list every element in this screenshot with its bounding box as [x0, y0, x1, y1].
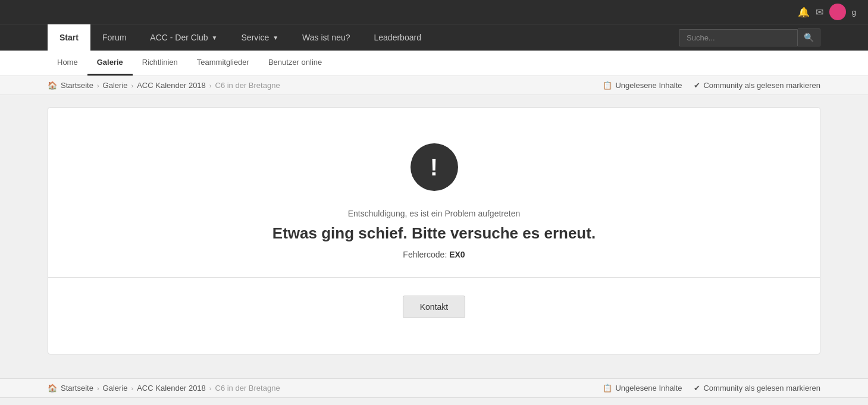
mark-read-action[interactable]: ✔ Community als gelesen markieren	[694, 81, 820, 90]
envelope-icon[interactable]: ✉	[816, 7, 823, 18]
chevron-down-icon: ▼	[272, 34, 278, 41]
avatar[interactable]	[829, 4, 846, 20]
footer-unread-action[interactable]: 📋 Ungelesene Inhalte	[603, 384, 682, 393]
error-subtitle: Entschuldigung, es ist ein Problem aufge…	[72, 209, 796, 218]
breadcrumb-actions: 📋 Ungelesene Inhalte ✔ Community als gel…	[603, 81, 820, 90]
footer-breadcrumb-actions: 📋 Ungelesene Inhalte ✔ Community als gel…	[603, 384, 820, 393]
sub-nav-home[interactable]: Home	[48, 51, 87, 76]
unread-icon: 📋	[603, 81, 612, 90]
footer-breadcrumb: 🏠 Startseite › Galerie › ACC Kalender 20…	[48, 384, 280, 393]
nav-item-service[interactable]: Service ▼	[230, 24, 291, 51]
footer-breadcrumb-startseite[interactable]: Startseite	[61, 384, 93, 393]
home-icon: 🏠	[48, 81, 57, 90]
nav-item-leaderboard[interactable]: Leaderboard	[362, 24, 433, 51]
sub-nav-galerie[interactable]: Galerie	[87, 51, 133, 76]
nav-item-news[interactable]: Was ist neu?	[290, 24, 362, 51]
breadcrumb: 🏠 Startseite › Galerie › ACC Kalender 20…	[48, 81, 280, 90]
nav-items: Start Forum ACC - Der Club ▼ Service ▼ W…	[48, 24, 679, 51]
footer-unread-icon: 📋	[603, 384, 612, 393]
error-code: Fehlercode: EX0	[72, 250, 796, 259]
chevron-icon: ›	[97, 385, 99, 392]
footer-breadcrumb-galerie[interactable]: Galerie	[103, 384, 128, 393]
chevron-icon: ›	[97, 82, 99, 89]
nav-item-start[interactable]: Start	[48, 24, 90, 51]
main-nav: Start Forum ACC - Der Club ▼ Service ▼ W…	[0, 24, 868, 51]
chevron-icon: ›	[209, 385, 212, 392]
breadcrumb-acc-kalender[interactable]: ACC Kalender 2018	[137, 81, 206, 90]
top-bar: 🔔 ✉ g	[0, 0, 868, 24]
nav-item-forum[interactable]: Forum	[90, 24, 138, 51]
error-card: ! Entschuldigung, es ist ein Problem auf…	[48, 107, 820, 354]
breadcrumb-bar: 🏠 Startseite › Galerie › ACC Kalender 20…	[0, 76, 868, 95]
footer-breadcrumb-acc-kalender[interactable]: ACC Kalender 2018	[137, 384, 206, 393]
top-bar-icons: 🔔 ✉ g	[798, 4, 856, 20]
breadcrumb-galerie[interactable]: Galerie	[103, 81, 128, 90]
check-icon: ✔	[694, 81, 700, 90]
sub-nav-richtlinien[interactable]: Richtlinien	[133, 51, 187, 76]
chevron-icon: ›	[209, 82, 212, 89]
kontakt-button[interactable]: Kontakt	[403, 296, 465, 318]
footer: Sprachen ▼ Kontakt Copyright by André Ci…	[0, 398, 868, 405]
unread-action[interactable]: 📋 Ungelesene Inhalte	[603, 81, 682, 90]
sub-nav-teammitglieder[interactable]: Teammitglieder	[187, 51, 259, 76]
breadcrumb-current: C6 in der Bretagne	[215, 81, 280, 90]
footer-mark-read-action[interactable]: ✔ Community als gelesen markieren	[694, 384, 820, 393]
main-content: ! Entschuldigung, es ist ein Problem auf…	[0, 95, 868, 366]
sub-nav: Home Galerie Richtlinien Teammitglieder …	[0, 51, 868, 76]
username-label[interactable]: g	[852, 8, 856, 17]
chevron-icon: ›	[131, 82, 134, 89]
sub-nav-benutzer-online[interactable]: Benutzer online	[259, 51, 331, 76]
breadcrumb-startseite[interactable]: Startseite	[61, 81, 93, 90]
error-icon-circle: !	[411, 143, 458, 191]
search-input[interactable]	[679, 29, 798, 46]
nav-item-acc[interactable]: ACC - Der Club ▼	[138, 24, 229, 51]
search-container: 🔍	[679, 29, 820, 46]
chevron-icon: ›	[131, 385, 134, 392]
footer-home-icon: 🏠	[48, 384, 57, 393]
chevron-down-icon: ▼	[212, 34, 218, 41]
bell-icon[interactable]: 🔔	[798, 7, 810, 18]
footer-check-icon: ✔	[694, 384, 700, 393]
error-title: Etwas ging schief. Bitte versuche es ern…	[72, 224, 796, 243]
footer-breadcrumb-bar: 🏠 Startseite › Galerie › ACC Kalender 20…	[0, 378, 868, 398]
footer-breadcrumb-current: C6 in der Bretagne	[215, 384, 280, 393]
error-divider	[48, 277, 820, 278]
search-button[interactable]: 🔍	[798, 29, 820, 46]
exclamation-icon: !	[430, 155, 438, 179]
